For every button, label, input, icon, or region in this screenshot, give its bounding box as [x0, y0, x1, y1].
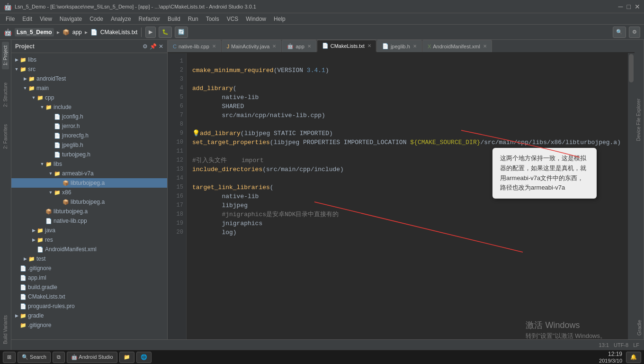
line-ending-indicator[interactable]: LF: [633, 342, 639, 348]
menu-help[interactable]: Help: [270, 15, 289, 23]
project-close-icon[interactable]: ✕: [159, 43, 163, 50]
settings-button[interactable]: ⚙: [629, 27, 640, 38]
tab-close-mainactivity[interactable]: ✕: [272, 44, 276, 49]
tree-item-java[interactable]: ▶ 📁 java: [11, 226, 167, 235]
tree-item-libturbojpeg-root[interactable]: 📦 libturbojpeg.a: [11, 207, 167, 216]
tree-item-turbojpeg[interactable]: 📄 turbojpeg.h: [11, 150, 167, 159]
toolbar-arrow2: ▸: [85, 29, 88, 36]
module-name[interactable]: app: [72, 29, 82, 36]
tree-item-gitignore[interactable]: 📄 .gitignore: [11, 264, 167, 273]
scrollbar-thumb[interactable]: [629, 54, 634, 82]
tree-item-proguard[interactable]: 📄 proguard-rules.pro: [11, 301, 167, 311]
tree-item-main[interactable]: ▼ 📁 main: [11, 83, 167, 93]
tree-item-x86[interactable]: ▼ 📁 x86: [11, 188, 167, 197]
build-variants-tab[interactable]: Build Variants: [2, 311, 9, 348]
search-everywhere-button[interactable]: 🔍: [613, 27, 626, 38]
tab-icon-xml: X: [428, 44, 431, 49]
tree-item-armeabi[interactable]: ▼ 📁 armeabi-v7a: [11, 169, 167, 178]
project-vertical-tab[interactable]: 1: Project: [2, 42, 9, 69]
tree-item-test[interactable]: ▶ 📁 test: [11, 254, 167, 264]
tab-close-native-lib[interactable]: ✕: [212, 44, 216, 49]
tab-label-mainactivity: MainActivity.java: [231, 44, 269, 49]
tab-mainactivity[interactable]: J MainActivity.java ✕: [222, 40, 282, 52]
menu-vcs[interactable]: VCS: [223, 15, 242, 23]
tree-item-native-lib-cpp[interactable]: 📄 native-lib.cpp: [11, 216, 167, 226]
menu-edit[interactable]: Edit: [18, 15, 36, 23]
task-view-button[interactable]: ⧉: [53, 352, 65, 363]
search-taskbar[interactable]: 🔍 Search: [18, 352, 51, 363]
gradle-side-tab[interactable]: Gradle: [635, 40, 644, 339]
editor-scrollbar[interactable]: [628, 53, 635, 339]
line-col-indicator[interactable]: 13:1: [599, 342, 609, 348]
tree-item-cmakelists[interactable]: 📄 CMakeLists.txt: [11, 292, 167, 301]
toolbar: 🤖 Lsn_5_Demo ▸ 📦 app ▸ 📄 CMakeLists.txt …: [0, 25, 644, 40]
menu-tools[interactable]: Tools: [202, 15, 223, 23]
code-content[interactable]: cmake_minimum_required(VERSION 3.4.1) ad…: [187, 53, 628, 339]
code-editor[interactable]: 1 2 3 4 5 6 7 8 9 10 11 12 13 14 15 16 1: [168, 53, 635, 339]
minimize-button[interactable]: ─: [618, 3, 623, 10]
tab-close-androidmanifest[interactable]: ✕: [483, 44, 487, 49]
start-button[interactable]: ⊞: [3, 352, 16, 363]
project-name[interactable]: Lsn_5_Demo: [15, 28, 54, 36]
menu-build[interactable]: Build: [164, 15, 184, 23]
tree-item-build-gradle[interactable]: 📄 build.gradle: [11, 282, 167, 292]
toolbar-filename[interactable]: CMakeLists.txt: [100, 29, 138, 36]
sync-button[interactable]: 🔄: [175, 27, 188, 38]
close-button[interactable]: ✕: [635, 3, 640, 10]
tree-item-libs2[interactable]: ▼ 📁 libs: [11, 159, 167, 169]
favorites-vertical-tab[interactable]: 2: Favorites: [2, 120, 9, 153]
line-num-15: 15: [168, 183, 186, 192]
tree-item-gradle-root[interactable]: ▶ 📁 gradle: [11, 311, 167, 320]
maximize-button[interactable]: □: [627, 3, 631, 10]
encoding-indicator[interactable]: UTF-8: [614, 342, 628, 348]
tree-item-src[interactable]: ▼ 📁 src: [11, 64, 167, 74]
tree-item-androidmanifest[interactable]: 📄 AndroidManifest.xml: [11, 245, 167, 254]
tree-item-app-iml[interactable]: 📄 app.iml: [11, 273, 167, 282]
device-file-explorer-tab[interactable]: Device File Explorer: [635, 95, 644, 145]
tree-item-include[interactable]: ▼ 📁 include: [11, 102, 167, 112]
run-button[interactable]: ▶: [145, 27, 156, 38]
tree-item-libs[interactable]: ▶ 📁 libs: [11, 55, 167, 64]
tree-item-jerror[interactable]: 📄 jerror.h: [11, 121, 167, 131]
tree-item-androidtest[interactable]: ▶ 📁 androidTest: [11, 74, 167, 83]
tab-close-app[interactable]: ✕: [307, 44, 311, 49]
folder-icon: 📁: [20, 57, 27, 63]
project-pin-icon[interactable]: 📌: [150, 43, 157, 50]
tree-item-libturbojpeg-x86[interactable]: 📦 libturbojpeg.a: [11, 197, 167, 207]
menu-file[interactable]: File: [2, 15, 18, 23]
tabs-bar: C native-lib.cpp ✕ J MainActivity.java ✕…: [168, 40, 635, 53]
tab-androidmanifest[interactable]: X AndroidManifest.xml ✕: [422, 40, 492, 52]
debug-button[interactable]: 🐛: [159, 27, 172, 38]
tree-item-res[interactable]: ▶ 📁 res: [11, 235, 167, 245]
tab-native-lib-cpp[interactable]: C native-lib.cpp ✕: [168, 40, 221, 52]
structure-vertical-tab[interactable]: 2: Structure: [2, 79, 9, 111]
tree-item-jconfig[interactable]: 📄 jconfig.h: [11, 112, 167, 121]
menu-refactor[interactable]: Refactor: [135, 15, 164, 23]
android-studio-taskbar[interactable]: 🤖 Android Studio: [67, 352, 117, 363]
tab-close-jpeglib[interactable]: ✕: [413, 44, 417, 49]
folder-icon: 📁: [20, 66, 27, 73]
tab-close-cmakelists[interactable]: ✕: [367, 43, 371, 48]
notification-button[interactable]: 🔔: [626, 352, 641, 363]
menu-run[interactable]: Run: [184, 15, 202, 23]
menu-code[interactable]: Code: [86, 15, 107, 23]
tree-item-cpp[interactable]: ▼ 📁 cpp: [11, 93, 167, 102]
tab-cmakelists[interactable]: 📄 CMakeLists.txt ✕: [317, 40, 376, 52]
tree-item-gitignore2[interactable]: 📁 .gitignore: [11, 320, 167, 330]
tree-item-jpeglib[interactable]: 📄 jpeglib.h: [11, 140, 167, 150]
menu-navigate[interactable]: Navigate: [56, 15, 86, 23]
chrome-taskbar[interactable]: 🌐: [136, 352, 152, 363]
project-settings-icon[interactable]: ⚙: [143, 43, 148, 50]
tree-item-jmorecfg[interactable]: 📄 jmorecfg.h: [11, 131, 167, 140]
tab-app[interactable]: 🤖 app ✕: [282, 40, 316, 52]
line-num-7: 7: [168, 111, 186, 120]
tab-icon-h: 📄: [382, 43, 389, 49]
tab-label-cmakelists: CMakeLists.txt: [331, 43, 365, 49]
line-num-17: 17: [168, 201, 186, 210]
explorer-taskbar[interactable]: 📁: [119, 352, 134, 363]
menu-view[interactable]: View: [36, 15, 56, 23]
tree-item-libturbojpeg-armeabi[interactable]: 📦 libturbojpeg.a: [11, 178, 167, 188]
menu-window[interactable]: Window: [242, 15, 270, 23]
menu-analyze[interactable]: Analyze: [107, 15, 135, 23]
tab-jpeglib[interactable]: 📄 jpeglib.h ✕: [377, 40, 422, 52]
